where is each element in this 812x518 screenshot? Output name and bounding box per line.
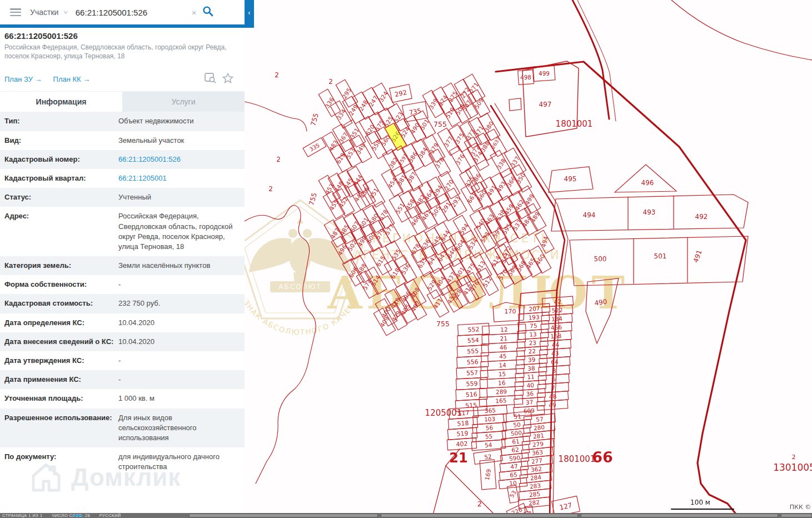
map-label: 1801001 bbox=[556, 119, 593, 129]
map-label: 501 bbox=[654, 252, 667, 260]
map-label: 755 bbox=[434, 120, 447, 128]
parcel-number: 518 bbox=[457, 420, 469, 427]
info-row-label: Вид: bbox=[4, 136, 118, 146]
parcel-number: 292 bbox=[394, 88, 407, 98]
parcel-number: 500 bbox=[510, 429, 522, 437]
parcel-number: 378 bbox=[434, 156, 445, 169]
parcel-number: 324 bbox=[377, 90, 389, 103]
status-page: СТРАНИЦА 1 ИЗ 1 bbox=[2, 513, 43, 518]
layer-selector[interactable]: Участки ˅ bbox=[30, 8, 68, 17]
info-row: Дата определения КС:10.04.2020 bbox=[0, 313, 245, 332]
info-row-value-link[interactable]: 66:21:1205001 bbox=[118, 173, 238, 183]
parcel-number: 61 bbox=[512, 438, 520, 445]
favorite-star-icon[interactable] bbox=[222, 73, 233, 86]
parcel-number: 13 bbox=[529, 331, 537, 338]
parcel-number: 289 bbox=[496, 388, 507, 395]
parcel-number: 578 bbox=[377, 208, 389, 221]
info-row-value: Земли населённых пунктов bbox=[118, 261, 238, 271]
svg-text:АБСОЛЮТ: АБСОЛЮТ bbox=[278, 283, 322, 291]
parcel-number: 207 bbox=[529, 305, 540, 312]
map-label: 492 bbox=[695, 213, 708, 221]
status-segment bbox=[381, 514, 578, 517]
map-label: 66 bbox=[592, 449, 613, 466]
info-row: Форма собственности:- bbox=[0, 275, 245, 294]
info-row-value: - bbox=[118, 280, 238, 290]
chevron-down-icon: ˅ bbox=[63, 9, 68, 16]
parcel-number: 367 bbox=[337, 131, 349, 144]
search-input[interactable] bbox=[76, 8, 190, 17]
map-canvas[interactable]: РЕГИОНАЛЬНАЯ СЕТЬАГЕНТСТВ НЕДВИЖИМОСТИАБ… bbox=[245, 0, 812, 518]
preview-search-icon[interactable] bbox=[205, 73, 217, 86]
info-rows: Тип:Объект недвижимостиВид:Земельный уча… bbox=[0, 112, 245, 476]
map-label: 170 bbox=[505, 308, 516, 315]
parcel-outline[interactable] bbox=[509, 98, 521, 111]
map-label: 1205001 bbox=[425, 408, 462, 418]
status-words: ЧИСЛО СЛОВ: 28 bbox=[52, 513, 90, 518]
boundary-line bbox=[671, 0, 812, 60]
parcel-number: 338 bbox=[495, 157, 507, 170]
tab-bar: ИнформацияУслуги bbox=[0, 91, 245, 112]
parcel-number: 165 bbox=[495, 397, 507, 404]
map-label: 2 bbox=[276, 156, 281, 163]
status-progress-icon bbox=[73, 515, 82, 516]
parcel-number: 277 bbox=[531, 457, 542, 465]
map-label: 755 bbox=[307, 192, 318, 206]
info-row: Кадастровый квартал:66:21:1205001 bbox=[0, 169, 245, 188]
clear-icon[interactable]: × bbox=[192, 8, 197, 17]
info-row-label: Тип: bbox=[4, 116, 118, 126]
boundary-line bbox=[577, 0, 616, 121]
search-icon[interactable] bbox=[202, 6, 213, 19]
parcel-number: 283 bbox=[529, 482, 541, 490]
info-row-value-link[interactable]: 66:21:1205001:526 bbox=[118, 155, 238, 165]
parcel-number: 499 bbox=[539, 70, 550, 77]
domclick-watermark-text: Домклик bbox=[71, 464, 181, 491]
collapse-panel-button[interactable]: ‹ bbox=[245, 0, 254, 24]
parcel-number: 377 bbox=[442, 135, 454, 148]
plan-zu-link[interactable]: План ЗУ → bbox=[4, 75, 42, 83]
parcel-number: 387 bbox=[406, 171, 417, 183]
parcel-number: 286 bbox=[470, 172, 482, 186]
tab-услуги[interactable]: Услуги bbox=[122, 92, 245, 112]
info-row-value: - bbox=[118, 375, 238, 385]
header-accent-bar bbox=[0, 24, 254, 28]
parcel-number: 551 bbox=[394, 202, 406, 215]
parcel-number: 8 bbox=[552, 367, 556, 373]
parcel-number: 490 bbox=[409, 122, 421, 135]
parcel-number: 12 bbox=[500, 326, 508, 333]
parcel-number: 271 bbox=[468, 81, 480, 94]
parcel-number: 365 bbox=[485, 407, 496, 414]
parcel-number: 14 bbox=[499, 361, 506, 368]
parcel-number: 10 bbox=[509, 480, 517, 487]
parcel-number: 524 bbox=[399, 126, 411, 139]
info-row-value: 10.04.2020 bbox=[118, 337, 238, 347]
status-segment bbox=[781, 514, 812, 517]
parcel-number: 279 bbox=[532, 440, 544, 448]
info-row-label: Кадастровая стоимость: bbox=[4, 298, 118, 308]
tab-информация[interactable]: Информация bbox=[0, 92, 122, 112]
parcel-number: 51 bbox=[514, 413, 522, 420]
parcel-number: 464 bbox=[423, 188, 435, 202]
plan-kk-link[interactable]: План КК → bbox=[53, 75, 91, 83]
info-row-label: Кадастровый квартал: bbox=[4, 173, 118, 183]
info-row: Разрешенное использование:Для иных видов… bbox=[0, 409, 245, 448]
map-label: 755 bbox=[436, 320, 450, 328]
status-segment bbox=[581, 514, 778, 517]
parcel-number: 522 bbox=[551, 306, 563, 313]
parcel-number: 44 bbox=[551, 341, 559, 348]
parcel-number: 64 bbox=[551, 358, 559, 365]
parcel-number: 281 bbox=[532, 432, 544, 440]
parcel-number: 47 bbox=[510, 463, 519, 470]
parcel-summary: 66:21:1205001:526 Российская Федерация, … bbox=[0, 24, 245, 86]
map-label: 495 bbox=[564, 175, 577, 183]
parcel-number: 22 bbox=[528, 347, 536, 355]
parcel-number: 557 bbox=[466, 369, 479, 377]
map-label: 1301005 bbox=[773, 462, 812, 473]
menu-icon[interactable] bbox=[10, 8, 21, 16]
parcel-number: 282 bbox=[528, 499, 540, 506]
parcel-outline[interactable] bbox=[615, 165, 676, 192]
info-row-value: Для иных видов сельскохозяйственного исп… bbox=[118, 413, 238, 444]
info-row: Уточненная площадь:1 000 кв. м bbox=[0, 389, 245, 408]
parcel-number: 505 bbox=[430, 205, 442, 217]
parcel-number: 580 bbox=[368, 212, 380, 225]
parcel-number: 501 bbox=[419, 118, 430, 131]
